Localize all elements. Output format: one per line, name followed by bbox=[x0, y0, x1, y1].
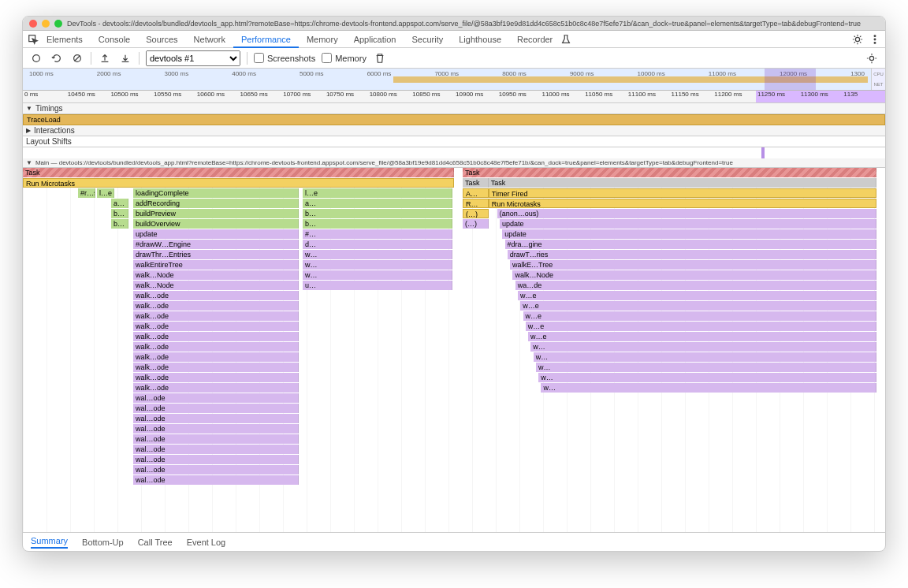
tab-memory[interactable]: Memory bbox=[299, 32, 346, 47]
section-timings[interactable]: ▼Timings bbox=[23, 103, 885, 114]
flame-call[interactable]: drawT…ries bbox=[508, 250, 876, 260]
profile-select[interactable]: devtools #1 bbox=[146, 50, 240, 66]
tab-recorder[interactable]: Recorder bbox=[509, 32, 560, 47]
screenshots-checkbox[interactable]: Screenshots bbox=[254, 53, 315, 63]
flame-call[interactable]: walkE…Tree bbox=[510, 260, 876, 270]
flame-call[interactable]: buildPreview bbox=[133, 209, 299, 219]
flame-call[interactable]: addRecording bbox=[133, 199, 299, 209]
tab-lighthouse[interactable]: Lighthouse bbox=[451, 32, 509, 47]
tab-security[interactable]: Security bbox=[404, 32, 451, 47]
flame-call[interactable]: #drawW…Engine bbox=[133, 240, 299, 250]
flame-call[interactable]: walk…ode bbox=[133, 291, 299, 301]
bottom-tab-summary[interactable]: Summary bbox=[31, 536, 68, 549]
bottom-tabs: SummaryBottom-UpCall TreeEvent Log bbox=[23, 532, 885, 551]
flame-call[interactable]: wa…de bbox=[515, 281, 876, 291]
flame-call[interactable]: wal…ode bbox=[133, 414, 299, 424]
overview-timeline[interactable]: 1000 ms2000 ms3000 ms4000 ms5000 ms6000 … bbox=[23, 69, 885, 91]
flame-call[interactable]: update bbox=[500, 219, 876, 229]
flame-call[interactable]: walkEntireTree bbox=[133, 260, 299, 270]
flame-call[interactable]: drawThr…Entries bbox=[133, 250, 299, 260]
flame-call[interactable]: walk…ode bbox=[133, 332, 299, 342]
flame-call[interactable]: wal…ode bbox=[133, 455, 299, 465]
svg-point-4 bbox=[874, 42, 876, 43]
bottom-tab-call-tree[interactable]: Call Tree bbox=[138, 538, 173, 547]
close-icon[interactable] bbox=[29, 20, 37, 28]
svg-point-2 bbox=[874, 35, 876, 36]
section-interactions[interactable]: ▶Interactions bbox=[23, 125, 885, 136]
window-title: DevTools - devtools://devtools/bundled/d… bbox=[67, 20, 861, 28]
perf-toolbar: devtools #1 Screenshots Memory bbox=[23, 48, 885, 69]
flame-call[interactable]: walk…ode bbox=[133, 322, 299, 332]
time-ruler[interactable]: 0 ms10450 ms10500 ms10550 ms10600 ms1065… bbox=[23, 91, 885, 103]
flame-call[interactable]: walk…Node bbox=[133, 281, 299, 291]
svg-point-3 bbox=[874, 39, 876, 40]
flame-call[interactable]: wal…ode bbox=[133, 404, 299, 414]
section-layoutshifts[interactable]: Layout Shifts bbox=[23, 136, 885, 147]
svg-point-7 bbox=[869, 56, 873, 60]
minimize-icon[interactable] bbox=[42, 20, 50, 28]
svg-point-5 bbox=[33, 54, 40, 61]
flame-call[interactable]: w…e bbox=[526, 322, 876, 332]
tab-network[interactable]: Network bbox=[186, 32, 233, 47]
memory-checkbox[interactable]: Memory bbox=[322, 53, 367, 63]
flame-call[interactable]: w…e bbox=[523, 311, 877, 322]
flame-call[interactable]: walk…Node bbox=[133, 270, 299, 281]
clear-icon[interactable] bbox=[70, 51, 84, 65]
tab-performance[interactable]: Performance bbox=[233, 32, 299, 48]
trash-icon[interactable] bbox=[373, 51, 387, 65]
flame-call[interactable]: update bbox=[502, 229, 876, 240]
tab-elements[interactable]: Elements bbox=[39, 32, 91, 47]
tab-console[interactable]: Console bbox=[91, 32, 138, 47]
inspect-icon[interactable] bbox=[28, 34, 39, 45]
svg-point-1 bbox=[855, 37, 859, 41]
flame-call[interactable]: wal…ode bbox=[133, 393, 299, 404]
settings-icon[interactable] bbox=[865, 51, 879, 65]
bottom-tab-event-log[interactable]: Event Log bbox=[187, 538, 226, 547]
flame-call[interactable]: walk…ode bbox=[133, 352, 299, 363]
bottom-tab-bottom-up[interactable]: Bottom-Up bbox=[82, 538, 124, 547]
layout-shift-track bbox=[23, 147, 885, 158]
titlebar: DevTools - devtools://devtools/bundled/d… bbox=[23, 17, 885, 31]
gear-icon[interactable] bbox=[852, 34, 863, 45]
tab-sources[interactable]: Sources bbox=[138, 32, 185, 47]
flame-call[interactable]: update bbox=[133, 229, 299, 240]
flame-call[interactable]: #dra…gine bbox=[505, 240, 877, 250]
flame-call[interactable]: wal…ode bbox=[133, 475, 299, 486]
flame-call[interactable]: walk…Node bbox=[512, 270, 876, 281]
flame-call[interactable]: wal…ode bbox=[133, 434, 299, 445]
upload-icon[interactable] bbox=[98, 51, 112, 65]
flame-call[interactable]: w… bbox=[538, 373, 876, 383]
flame-call[interactable]: w… bbox=[534, 352, 876, 363]
flame-call[interactable]: w… bbox=[541, 383, 876, 393]
flame-call[interactable]: loadingComplete bbox=[133, 188, 299, 199]
flame-call[interactable]: w… bbox=[536, 363, 876, 373]
flame-call[interactable]: wal…ode bbox=[133, 445, 299, 455]
record-icon[interactable] bbox=[29, 51, 43, 65]
flame-chart[interactable]: Task Run Microtasks #r…sl…ea…b…b… loadin… bbox=[23, 168, 885, 532]
download-icon[interactable] bbox=[118, 51, 132, 65]
flame-call[interactable]: w…e bbox=[518, 291, 876, 301]
flame-call[interactable]: walk…ode bbox=[133, 301, 299, 311]
flame-call[interactable]: w… bbox=[530, 342, 876, 352]
flame-call[interactable]: wal…ode bbox=[133, 465, 299, 475]
main-thread-header[interactable]: ▼Main — devtools://devtools/bundled/devt… bbox=[23, 158, 885, 168]
traceload-bar[interactable]: TraceLoad bbox=[23, 114, 885, 125]
flame-call[interactable]: w…e bbox=[520, 301, 876, 311]
devtools-window: DevTools - devtools://devtools/bundled/d… bbox=[22, 16, 886, 552]
panel-tabs: ElementsConsoleSourcesNetworkPerformance… bbox=[23, 31, 885, 48]
flame-call[interactable]: (anon…ous) bbox=[497, 209, 876, 219]
flame-call[interactable]: w…e bbox=[528, 332, 876, 342]
reload-icon[interactable] bbox=[50, 51, 64, 65]
tab-application[interactable]: Application bbox=[346, 32, 404, 47]
beaker-icon bbox=[560, 34, 571, 45]
maximize-icon[interactable] bbox=[54, 20, 62, 28]
flame-call[interactable]: wal…ode bbox=[133, 424, 299, 434]
flame-call[interactable]: walk…ode bbox=[133, 342, 299, 352]
flame-call[interactable]: buildOverview bbox=[133, 219, 299, 229]
flame-call[interactable]: walk…ode bbox=[133, 363, 299, 373]
flame-call[interactable]: walk…ode bbox=[133, 373, 299, 383]
more-icon[interactable] bbox=[869, 34, 880, 45]
flame-call[interactable]: walk…ode bbox=[133, 383, 299, 393]
flame-call[interactable]: walk…ode bbox=[133, 311, 299, 322]
